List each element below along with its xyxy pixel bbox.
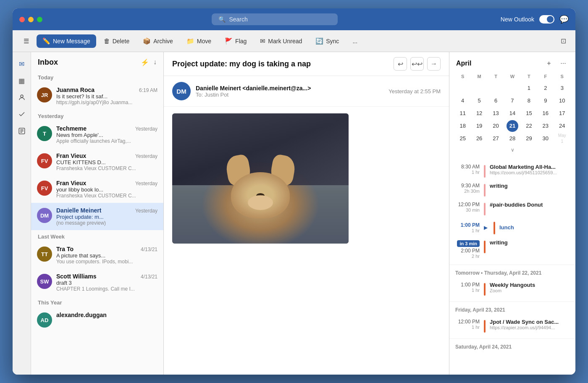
new-outlook-toggle[interactable]	[539, 15, 554, 24]
email-body	[164, 107, 449, 375]
cal-week-4: 18 19 20 21 22 23 24	[454, 120, 570, 132]
cal-day-14[interactable]: 14	[507, 108, 518, 119]
section-last-week: Last Week	[31, 230, 163, 241]
minimize-button[interactable]	[28, 17, 34, 22]
delete-button[interactable]: 🗑 Delete	[98, 34, 135, 47]
nav-icon-notes[interactable]	[15, 124, 29, 138]
mail-item-techmeme[interactable]: T Techmeme Yesterday News from Apple'...…	[31, 121, 163, 148]
cal-day-26[interactable]: 26	[473, 133, 485, 144]
mail-preview-fv2: Fransheska Vieux CUSTOMER C...	[56, 193, 158, 199]
toggle-knob	[547, 16, 554, 23]
nav-icon-tasks[interactable]	[15, 108, 29, 121]
cal-day-22[interactable]: 22	[523, 120, 535, 132]
cal-day-11[interactable]: 11	[457, 108, 469, 119]
cal-event-pair[interactable]: 12:00 PM 30 min #pair-buddies Donut	[449, 199, 575, 218]
cal-day-4[interactable]: 4	[457, 95, 469, 107]
cal-day-10[interactable]: 10	[556, 95, 568, 107]
cal-event-lunch[interactable]: 1:00 PM 1 hr ▶ lunch	[449, 218, 575, 237]
nav-icon-contacts[interactable]	[15, 91, 29, 104]
cal-event-content-global: Global Marketing All-Ha... https://zoom.…	[490, 164, 570, 175]
cal-day-29[interactable]: 29	[523, 133, 535, 144]
cal-day-25[interactable]: 25	[457, 133, 469, 144]
cal-event-writing1[interactable]: 9:30 AM 2h 30m writing	[449, 180, 575, 199]
archive-label: Archive	[153, 38, 173, 45]
cal-event-bar-lunch	[494, 222, 495, 234]
cal-day-21-today[interactable]: 21	[507, 120, 518, 132]
compose-icon: ✏️	[42, 37, 50, 45]
mail-preview-sw: CHAPTER 1 Loomings. Call me I...	[56, 286, 158, 292]
cal-day-27[interactable]: 27	[490, 133, 502, 144]
cal-event-title-writing2: writing	[490, 239, 570, 246]
close-button[interactable]	[19, 17, 25, 22]
cal-day-12[interactable]: 12	[473, 108, 485, 119]
feedback-icon[interactable]: 💬	[559, 15, 569, 24]
sort-icon[interactable]: ↓	[153, 58, 157, 66]
email-from: Danielle Meinert <danielle.meinert@za...…	[196, 85, 383, 92]
avatar-fv2: FV	[37, 181, 52, 196]
mail-item-tt[interactable]: TT Tra To 4/13/21 A picture that says...…	[31, 241, 163, 269]
cal-day-6[interactable]: 6	[490, 95, 502, 107]
nav-icon-calendar[interactable]: ▦	[15, 74, 29, 87]
mail-item-dm[interactable]: DM Danielle Meinert Yesterday Project up…	[31, 203, 163, 230]
cal-day-3[interactable]: 3	[556, 82, 568, 94]
cal-event-weekly-hangouts[interactable]: 1:00 PM 1 hr Weekly Hangouts Zoom	[449, 279, 575, 298]
mail-body-dm: Danielle Meinert Yesterday Project updat…	[56, 207, 158, 226]
mail-item-fv2[interactable]: FV Fran Vieux Yesterday your libby book …	[31, 176, 163, 203]
cal-event-title-weekly: Weekly Hangouts	[490, 282, 570, 288]
sync-button[interactable]: 🔄 Sync	[310, 34, 345, 48]
search-input[interactable]: 🔍 Search	[212, 13, 338, 25]
cal-day-2[interactable]: 2	[540, 82, 551, 94]
avatar-dm: DM	[37, 208, 52, 223]
cal-day-7[interactable]: 7	[507, 95, 518, 107]
mail-sender-tt: Tra To	[56, 246, 74, 252]
mail-item-ad[interactable]: AD alexandre.duggan	[31, 307, 163, 332]
calendar-more-button[interactable]: ···	[558, 58, 569, 69]
reply-all-button[interactable]: ↩↩	[410, 57, 424, 71]
cal-day-30[interactable]: 30	[540, 133, 551, 144]
mark-unread-button[interactable]: ✉ Mark Unread	[254, 34, 308, 48]
cal-day-13[interactable]: 13	[490, 108, 502, 119]
email-view: Project update: my dog is taking a nap ↩…	[164, 52, 449, 375]
cal-day-18[interactable]: 18	[457, 120, 469, 132]
move-button[interactable]: 📁 Move	[181, 34, 217, 48]
cal-day-label-w: W	[504, 72, 520, 81]
mail-sender-sw: Scott Williams	[56, 273, 97, 280]
cal-day-1[interactable]: 1	[523, 82, 535, 94]
cal-day-label-m: M	[471, 72, 487, 81]
cal-day-may1[interactable]: May1	[556, 133, 568, 144]
mail-preview-dm: (no message preview)	[56, 220, 158, 226]
cal-chevron[interactable]: ∨	[454, 145, 570, 156]
cal-day-9[interactable]: 9	[540, 95, 551, 107]
maximize-button[interactable]	[37, 17, 42, 22]
inbox-title: Inbox	[38, 58, 58, 67]
cal-day-8[interactable]: 8	[523, 95, 535, 107]
mail-time-dm: Yesterday	[135, 208, 158, 214]
more-button[interactable]: ...	[346, 35, 363, 47]
nav-icon-mail[interactable]: ✉	[15, 57, 29, 71]
cal-day-19[interactable]: 19	[473, 120, 485, 132]
flag-button[interactable]: 🚩 Flag	[219, 34, 252, 48]
cal-day-5[interactable]: 5	[473, 95, 485, 107]
cal-event-jpot[interactable]: 12:00 PM 1 hr Jpot / Wade Sync on Sac...…	[449, 316, 575, 335]
reply-button[interactable]: ↩	[394, 57, 407, 71]
cal-day-24[interactable]: 24	[556, 120, 568, 132]
cal-event-writing2[interactable]: in 3 min 2:00 PM 2 hr writing	[449, 237, 575, 261]
mail-item-sw[interactable]: SW Scott Williams 4/13/21 draft 3 CHAPTE…	[31, 269, 163, 296]
menu-button[interactable]: ☰	[18, 34, 35, 48]
archive-button[interactable]: 📦 Archive	[137, 34, 179, 48]
cal-event-global[interactable]: 8:30 AM 1 hr Global Marketing All-Ha... …	[449, 161, 575, 180]
new-message-button[interactable]: ✏️ New Message	[37, 34, 96, 48]
calendar-add-button[interactable]: +	[543, 58, 554, 69]
forward-button[interactable]: →	[427, 57, 441, 71]
reading-pane-button[interactable]: ⊡	[556, 34, 570, 48]
mail-item-jr[interactable]: JR Juanma Roca 6:19 AM Is it secret? Is …	[31, 82, 163, 110]
cal-day-28[interactable]: 28	[507, 133, 518, 144]
cal-day-15[interactable]: 15	[523, 108, 535, 119]
cal-day-17[interactable]: 17	[556, 108, 568, 119]
cal-event-time-writing1: 9:30 AM 2h 30m	[455, 183, 480, 194]
cal-day-23[interactable]: 23	[540, 120, 551, 132]
cal-day-16[interactable]: 16	[540, 108, 551, 119]
cal-day-20[interactable]: 20	[490, 120, 502, 132]
mail-item-fv1[interactable]: FV Fran Vieux Yesterday CUTE KITTENS D..…	[31, 148, 163, 176]
filter-icon[interactable]: ⚡	[141, 58, 149, 66]
